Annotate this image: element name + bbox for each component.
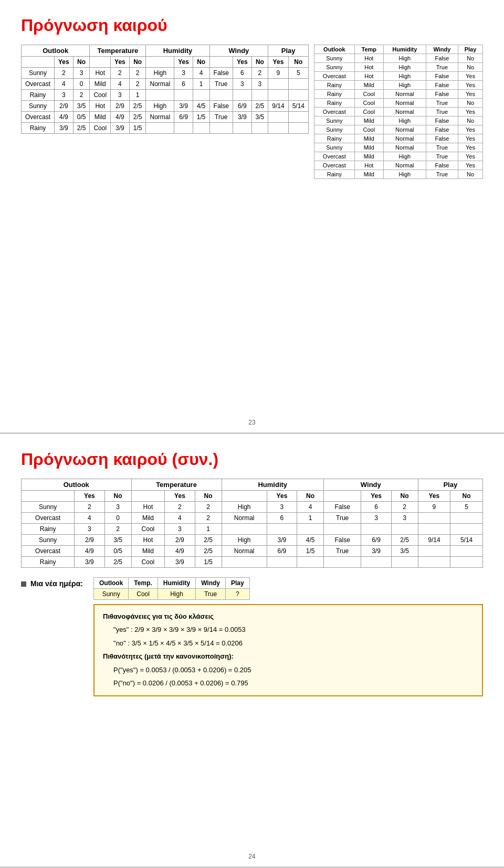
col-humidity: Humidity (146, 45, 209, 57)
query-table: Outlook Temp. Humidity Windy Play Sunny … (93, 577, 250, 600)
table-row: Sunny23 Hot22 High34 False62 95 (22, 68, 309, 79)
summary-table-container-2: Outlook Temperature Humidity Windy Play … (21, 479, 483, 568)
table-row: SunnyHotHighFalseNo (314, 54, 483, 63)
table-row: OvercastCoolNormalTrueYes (314, 108, 483, 117)
table-row: Overcast40 Mild42 Normal61 True33 (22, 513, 483, 524)
table-row: Overcast40 Mild42 Normal61 True33 (22, 79, 309, 90)
detail-table-container: Outlook Temp Humidity Windy Play SunnyHo… (314, 45, 483, 179)
prob-title: Πιθανοφάνειες για τις δύο κλάσεις (103, 610, 474, 622)
prob-yes-formula: "yes" : 2/9 × 3/9 × 3/9 × 3/9 × 9/14 = 0… (113, 623, 474, 636)
table-row: RainyMildNormalFalseYes (314, 134, 483, 143)
table-row: OvercastHotHighFalseYes (314, 72, 483, 81)
new-day-section: Μια νέα ημέρα: Outlook Temp. Humidity Wi… (21, 577, 483, 696)
table-row: SunnyCoolNormalFalseYes (314, 125, 483, 134)
summary-table: Outlook Temperature Humidity Windy Play … (21, 45, 309, 134)
slide-2-title: Πρόγνωση καιρού (συν.) (21, 450, 483, 469)
table-row: Overcast4/90/5 Mild4/92/5 Normal6/91/5 T… (22, 112, 309, 123)
prob-p-yes: P("yes") = 0.0053 / (0.0053 + 0.0206) = … (113, 664, 474, 676)
prob-norm-title: Πιθανότητες (μετά την κανονικοποίηση): (103, 650, 474, 662)
table-row: Rainy32 Cool31 (22, 524, 483, 535)
table-row: RainyCoolNormalTrueNo (314, 99, 483, 108)
table-row: RainyMildHighTrueNo (314, 170, 483, 179)
col-outlook: Outlook (22, 45, 90, 57)
col-temperature: Temperature (90, 45, 146, 57)
slide-number-2: 24 (248, 853, 255, 860)
table-row: Sunny2/93/5 Hot2/92/5 High3/94/5 False6/… (22, 101, 309, 112)
prob-p-no: P("no") = 0.0206 / (0.0053 + 0.0206) = 0… (113, 677, 474, 689)
bullet-icon (21, 581, 26, 587)
prob-no-formula: "no" : 3/5 × 1/5 × 4/5 × 3/5 × 5/14 = 0.… (113, 637, 474, 649)
table-row: RainyMildHighFalseYes (314, 81, 483, 90)
table-row: Sunny23 Hot22 High34 False62 95 (22, 502, 483, 513)
col-windy: Windy (209, 45, 268, 57)
summary-table-container: Outlook Temperature Humidity Windy Play … (21, 45, 309, 134)
new-day-text: Μια νέα ημέρα: (30, 579, 83, 588)
detail-table: Outlook Temp Humidity Windy Play SunnyHo… (314, 45, 483, 179)
table-row: Rainy3/92/5 Cool3/91/5 (22, 557, 483, 568)
slide-2: Πρόγνωση καιρού (συν.) Outlook Temperatu… (0, 434, 504, 868)
table-row: OvercastMildHighTrueYes (314, 152, 483, 161)
new-day-content: Outlook Temp. Humidity Windy Play Sunny … (93, 577, 483, 696)
col-play: Play (268, 45, 309, 57)
table-row: Overcast4/90/5 Mild4/92/5 Normal6/91/5 T… (22, 546, 483, 557)
slide-number-1: 23 (248, 419, 255, 426)
table-row: OvercastHotNormalFalseYes (314, 161, 483, 170)
table-row: SunnyMildNormalTrueYes (314, 143, 483, 152)
slide-1: Πρόγνωση καιρού Outlook Temperature Humi… (0, 0, 504, 434)
summary-table-2: Outlook Temperature Humidity Windy Play … (21, 479, 483, 568)
table-row: RainyCoolNormalFalseYes (314, 90, 483, 99)
table-row: Rainy32 Cool31 (22, 90, 309, 101)
query-data-row: Sunny Cool High True ? (94, 589, 250, 600)
table-row: SunnyMildHighFalseNo (314, 117, 483, 125)
slide-1-title: Πρόγνωση καιρού (21, 16, 483, 35)
bullet-label: Μια νέα ημέρα: (21, 577, 83, 588)
probability-box: Πιθανοφάνειες για τις δύο κλάσεις "yes" … (93, 604, 483, 696)
table-row: Sunny2/93/5 Hot2/92/5 High3/94/5 False6/… (22, 535, 483, 546)
table-row: SunnyHotHighTrueNo (314, 63, 483, 72)
table-row: Rainy3/92/5 Cool3/91/5 (22, 123, 309, 134)
